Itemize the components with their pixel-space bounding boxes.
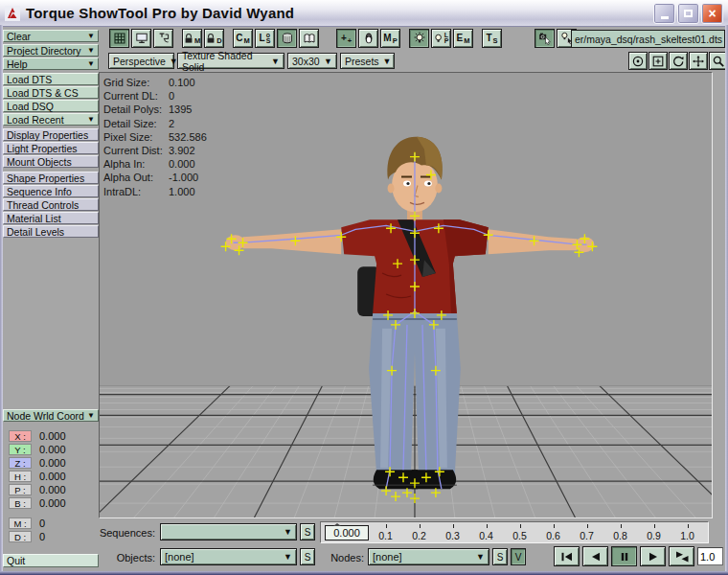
coord-key: B : (9, 497, 32, 509)
penguin-button[interactable] (358, 29, 378, 48)
titlebar[interactable]: Torque ShowTool Pro by David Wyand × (0, 0, 728, 27)
nodes-value: [none] (373, 551, 402, 563)
play-button[interactable] (640, 546, 666, 566)
maximize-button[interactable] (677, 3, 699, 24)
file-path-value: er/maya_dsq/rash_skeltest01.dts (575, 34, 722, 45)
stat-row: Pixel Size:532.586 (103, 130, 305, 144)
coord-value: 0 (39, 531, 45, 542)
los-button[interactable]: L oS (255, 29, 275, 48)
dropdown-arrow-icon: ▼ (87, 59, 95, 69)
display-properties-button[interactable]: Display Properties (3, 128, 99, 141)
close-button[interactable]: × (701, 3, 723, 24)
detail-levels-button[interactable]: Detail Levels (3, 225, 99, 238)
pingpong-icon (674, 551, 690, 563)
coord-key: H : (9, 471, 32, 482)
mp-button[interactable]: MP (380, 29, 400, 48)
material-list-button[interactable]: Material List (3, 212, 99, 224)
tick-label: 0.8 (603, 523, 637, 541)
close-icon: × (708, 7, 716, 20)
mount-objects-button[interactable]: Mount Objects (3, 155, 99, 168)
lock-icon (184, 33, 193, 45)
toilet-icon (157, 32, 171, 45)
pan-view-button[interactable] (689, 52, 708, 70)
sequences-dropdown[interactable]: ▼ (160, 523, 297, 540)
cylinder-button[interactable] (277, 29, 297, 48)
book-button[interactable] (299, 29, 319, 48)
pause-button[interactable] (611, 546, 637, 566)
coord-row-b: B :0.000 (3, 497, 99, 510)
coord-value: 0.000 (39, 471, 66, 482)
light-properties-button[interactable]: Light Properties (3, 142, 99, 154)
mp-sub-label: P (393, 37, 398, 45)
node-wrld-coord-dropdown[interactable]: Node Wrld Coord▼ (3, 409, 99, 422)
s-label: S (497, 552, 504, 563)
camera-dropdown[interactable]: Perspective ▼ (108, 53, 174, 69)
menu-project-directory[interactable]: Project Directory▼ (3, 44, 99, 57)
load-dsq-button[interactable]: Load DSQ (3, 100, 99, 112)
frame-view-button[interactable] (648, 52, 668, 70)
app-icon[interactable] (5, 6, 20, 21)
load-recent-dropdown[interactable]: Load Recent▼ (3, 113, 99, 126)
minimize-button[interactable] (653, 3, 675, 24)
plus-sub-label: + (348, 37, 352, 45)
play-reverse-button[interactable] (582, 546, 608, 566)
nodes-dropdown[interactable]: [none] ▼ (368, 548, 489, 565)
ts-button[interactable]: TS (482, 29, 502, 48)
grid-toggle-button[interactable] (109, 29, 129, 48)
timeline-thumb[interactable]: 0.000 (325, 525, 369, 540)
camera-select-button[interactable] (535, 29, 555, 48)
button-label: Detail Levels (7, 227, 64, 237)
grid-size-dropdown[interactable]: 30x30 ▼ (287, 53, 337, 69)
dropdown-arrow-icon: ▼ (166, 57, 178, 66)
menu-clear[interactable]: Clear▼ (3, 30, 99, 42)
timeline-current-value: 0.000 (333, 527, 360, 539)
rotate-view-button[interactable] (669, 52, 688, 70)
stat-value: 0.000 (169, 157, 195, 171)
s-label: S (305, 552, 311, 563)
sequences-s-button[interactable]: S (300, 523, 315, 540)
magnifier-icon (712, 55, 725, 68)
shape-properties-button[interactable]: Shape Properties (3, 172, 99, 184)
coord-value: 0.000 (39, 444, 66, 455)
cm-label: C (236, 34, 242, 43)
dropdown-arrow-icon: ▼ (87, 32, 95, 41)
load-dts-button[interactable]: Load DTS (3, 73, 99, 85)
nodes-v-button[interactable]: V (511, 548, 526, 565)
speed-input[interactable] (697, 547, 723, 565)
objects-label: Objects: (96, 552, 155, 564)
pingpong-button[interactable] (669, 546, 694, 566)
button-label: Load DSQ (7, 102, 54, 111)
lock-m-label: M (194, 37, 200, 45)
stat-value: 0 (169, 89, 174, 103)
presets-dropdown[interactable]: Presets ▼ (340, 53, 395, 69)
lock-materials-button[interactable]: M (182, 29, 202, 48)
nodes-s-button[interactable]: S (492, 548, 508, 565)
shading-dropdown[interactable]: Texture Shaded Solid ▼ (177, 53, 284, 69)
thread-controls-button[interactable]: Thread Controls (3, 198, 99, 211)
coord-value: 0.000 (39, 430, 66, 442)
toilet-button[interactable] (153, 29, 173, 48)
monitor-button[interactable] (131, 29, 151, 48)
light-rays-button[interactable] (409, 29, 429, 48)
tick-label: 0.6 (536, 523, 570, 541)
file-path-dropdown[interactable]: er/maya_dsq/rash_skeltest01.dts ▼ (571, 30, 725, 48)
dropdown-arrow-icon: ▼ (267, 57, 280, 66)
load-dts-cs-button[interactable]: Load DTS & CS (3, 86, 99, 99)
quit-button[interactable]: Quit (3, 554, 99, 567)
plus-plus-button[interactable]: ++ (336, 29, 356, 48)
menu-help[interactable]: Help▼ (3, 58, 99, 70)
objects-s-button[interactable]: S (300, 548, 315, 565)
s-label: S (305, 527, 311, 538)
skip-to-start-button[interactable] (554, 546, 580, 566)
sequence-info-button[interactable]: Sequence Info (3, 185, 99, 197)
center-view-button[interactable] (628, 52, 648, 70)
cm-button[interactable]: CM (233, 29, 253, 48)
em-button[interactable]: EM (453, 29, 473, 48)
timeline-ruler[interactable]: 0.000 0.1 0.2 0.3 0.4 0.5 0.6 0.7 0.8 0.… (320, 521, 709, 543)
lock-details-button[interactable]: D (204, 29, 224, 48)
presets-value: Presets (345, 56, 379, 67)
menu-label: Help (7, 59, 28, 69)
3d-viewport[interactable]: Grid Size:0.100 Current DL:0 Detail Poly… (99, 72, 713, 518)
light-lp-button[interactable]: LP (431, 29, 451, 48)
objects-dropdown[interactable]: [none] ▼ (160, 548, 297, 565)
